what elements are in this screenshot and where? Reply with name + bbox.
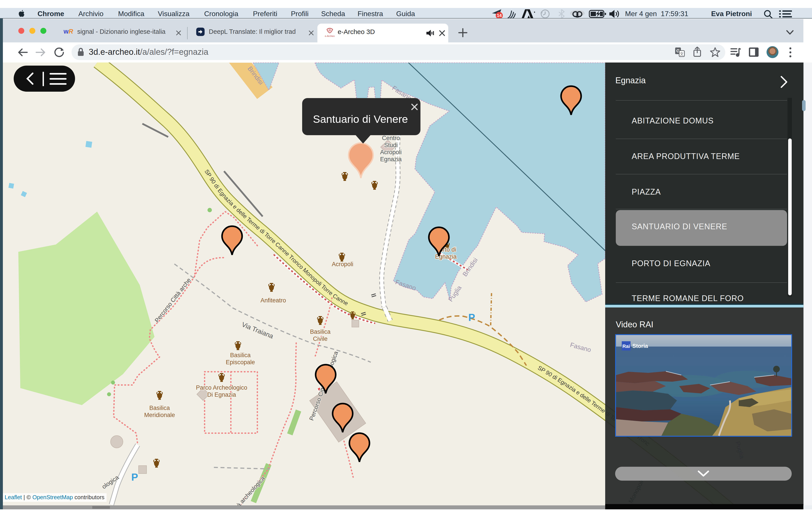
svg-text:Acropoli: Acropoli — [380, 149, 402, 156]
svg-text:Acropoli: Acropoli — [332, 261, 353, 268]
svg-text:Storia: Storia — [632, 343, 648, 349]
svg-text:Studi: Studi — [384, 142, 398, 149]
svg-text:Santuario di Venere: Santuario di Venere — [313, 113, 408, 125]
svg-text:Anfiteatro: Anfiteatro — [260, 297, 286, 304]
svg-text:Episcopale: Episcopale — [226, 359, 255, 366]
svg-text:Civile: Civile — [313, 335, 327, 342]
svg-text:文: 文 — [680, 52, 684, 56]
svg-text:P: P — [468, 312, 475, 323]
svg-text:Basilica: Basilica — [230, 352, 251, 358]
svg-text:Meridionale: Meridionale — [144, 412, 175, 419]
svg-text:Di Egnazia: Di Egnazia — [207, 392, 236, 398]
svg-text:e-Archeo: e-Archeo — [325, 35, 335, 37]
svg-text:P: P — [131, 471, 138, 483]
svg-text:Centro: Centro — [382, 135, 400, 141]
svg-text:Basilica: Basilica — [149, 405, 170, 411]
svg-text:Rai: Rai — [622, 344, 630, 349]
svg-text:14: 14 — [497, 13, 502, 18]
svg-text:Egnazia: Egnazia — [380, 156, 402, 163]
svg-text:Basilica: Basilica — [310, 328, 330, 335]
svg-text:Parco Archeologico: Parco Archeologico — [196, 384, 248, 391]
